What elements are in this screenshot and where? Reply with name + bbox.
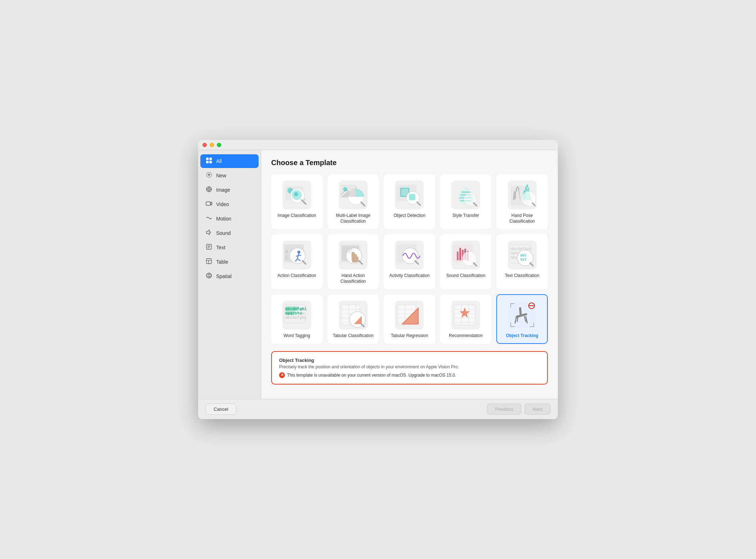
info-box: Object Tracking Precisely track the posi…: [271, 351, 548, 385]
multi-label-icon: [339, 181, 368, 209]
template-card-sound-classification[interactable]: Sound Classification: [440, 234, 492, 289]
svg-marker-14: [210, 202, 212, 205]
svg-rect-85: [459, 248, 461, 260]
activity-classification-icon: [395, 241, 424, 269]
svg-text:opqrstu: opqrstu: [285, 311, 302, 315]
template-label: Multi-Label Image Classification: [333, 213, 374, 224]
motion-icon: [205, 215, 213, 223]
recommendation-icon: [451, 301, 480, 330]
minimize-button[interactable]: [210, 143, 214, 147]
sidebar-item-text[interactable]: Text: [200, 241, 259, 254]
template-label: Object Detection: [393, 213, 425, 219]
sidebar-all-label: All: [216, 158, 222, 164]
template-label: Text Classification: [505, 273, 539, 279]
text-icon: [205, 244, 213, 251]
template-label: Sound Classification: [446, 273, 486, 279]
spatial-icon: [205, 272, 213, 280]
sidebar-item-sound[interactable]: Sound: [200, 226, 259, 240]
template-card-word-tagging[interactable]: abcdefghi opqrstuv abcdefghi abcdefghi o…: [271, 294, 323, 344]
warning-text: This template is unavailable on your cur…: [287, 373, 456, 378]
svg-rect-13: [206, 202, 210, 205]
bottom-bar: Cancel Previous Next: [198, 399, 558, 419]
svg-point-63: [297, 251, 300, 254]
text-classification-icon: abcdefghi opqrstuv abcdefghi abc xyz: [508, 241, 537, 269]
template-card-style-transfer[interactable]: Style Transfer: [440, 174, 492, 229]
sidebar-spatial-label: Spatial: [216, 273, 232, 279]
template-card-text-classification[interactable]: abcdefghi opqrstuv abcdefghi abc xyz Tex…: [496, 234, 548, 289]
action-classification-icon: A B C D: [282, 241, 311, 269]
new-icon: [205, 172, 213, 179]
svg-point-8: [208, 188, 210, 190]
tabular-regression-icon: [395, 301, 424, 330]
sidebar-image-label: Image: [216, 187, 230, 193]
image-icon: [205, 186, 213, 194]
navigation-buttons: Previous Next: [487, 404, 551, 415]
template-card-hand-action[interactable]: Hand Action Classification: [328, 234, 379, 289]
template-card-object-tracking[interactable]: Object Tracking: [496, 294, 548, 344]
svg-point-36: [343, 187, 347, 191]
svg-point-32: [294, 192, 298, 196]
template-label: Action Classification: [278, 273, 316, 279]
sound-icon: [205, 229, 213, 237]
sidebar-item-video[interactable]: Video: [200, 197, 259, 211]
hand-action-icon: [339, 241, 368, 269]
template-card-tabular-regression[interactable]: Tabular Regression: [384, 294, 435, 344]
sidebar-motion-label: Motion: [216, 216, 231, 222]
sidebar-item-image[interactable]: Image: [200, 183, 259, 197]
template-grid: Image Classification: [271, 174, 548, 344]
template-label: Word Tagging: [283, 333, 310, 339]
sidebar-item-table[interactable]: Table: [200, 255, 259, 269]
sound-classification-icon: [451, 241, 480, 269]
template-label: Object Tracking: [506, 333, 538, 339]
template-card-tabular-classification[interactable]: Tabular Classification: [328, 294, 379, 344]
object-tracking-icon: [508, 301, 537, 330]
sidebar-new-label: New: [216, 173, 226, 178]
template-card-image-classification[interactable]: Image Classification: [271, 174, 323, 229]
template-card-recommendation[interactable]: Recommendation: [440, 294, 492, 344]
template-label: Activity Classification: [389, 273, 429, 279]
tabular-classification-icon: [339, 301, 368, 330]
svg-rect-3: [209, 161, 212, 163]
close-button[interactable]: [202, 143, 207, 147]
template-card-hand-pose[interactable]: Hand Pose Classification: [496, 174, 548, 229]
hand-pose-icon: [508, 181, 537, 209]
svg-text:xyz: xyz: [520, 257, 527, 261]
image-classification-icon: [282, 181, 311, 209]
sidebar-table-label: Table: [216, 259, 228, 265]
next-button[interactable]: Next: [524, 404, 551, 415]
title-bar: [198, 140, 558, 150]
template-label: Recommendation: [449, 333, 483, 339]
template-card-object-detection[interactable]: Object Detection: [384, 174, 435, 229]
template-label: Style Transfer: [452, 213, 479, 219]
sidebar-item-spatial[interactable]: Spatial: [200, 269, 259, 283]
svg-rect-2: [206, 161, 209, 163]
svg-text:abc: abc: [520, 253, 527, 257]
maximize-button[interactable]: [217, 143, 221, 147]
content-area: Choose a Template: [261, 150, 558, 399]
template-label: Tabular Classification: [333, 333, 373, 339]
sidebar-item-new[interactable]: New: [200, 169, 259, 182]
template-card-action-classification[interactable]: A B C D: [271, 234, 323, 289]
style-transfer-icon: [451, 181, 480, 209]
svg-rect-84: [457, 251, 459, 260]
page-title: Choose a Template: [271, 159, 548, 167]
info-box-warning: ✕ This template is unavailable on your c…: [279, 372, 540, 378]
info-box-title: Object Tracking: [279, 358, 540, 363]
template-label: Image Classification: [278, 213, 316, 219]
svg-rect-1: [209, 158, 212, 160]
template-label: Hand Action Classification: [333, 273, 374, 284]
sidebar-text-label: Text: [216, 245, 226, 250]
svg-text:abcdefghi: abcdefghi: [285, 315, 307, 320]
sidebar-sound-label: Sound: [216, 230, 231, 236]
svg-rect-45: [409, 194, 415, 200]
sidebar: All New Image Video: [198, 150, 261, 399]
cancel-button[interactable]: Cancel: [205, 404, 236, 415]
sidebar-item-motion[interactable]: Motion: [200, 212, 259, 226]
template-card-activity-classification[interactable]: Activity Classification: [384, 234, 435, 289]
table-icon: [205, 258, 213, 266]
sidebar-item-all[interactable]: All: [200, 154, 259, 168]
svg-rect-20: [206, 259, 211, 264]
previous-button[interactable]: Previous: [487, 404, 522, 415]
word-tagging-icon: abcdefghi opqrstuv abcdefghi abcdefghi o…: [282, 301, 311, 330]
template-card-multi-label[interactable]: Multi-Label Image Classification: [328, 174, 379, 229]
